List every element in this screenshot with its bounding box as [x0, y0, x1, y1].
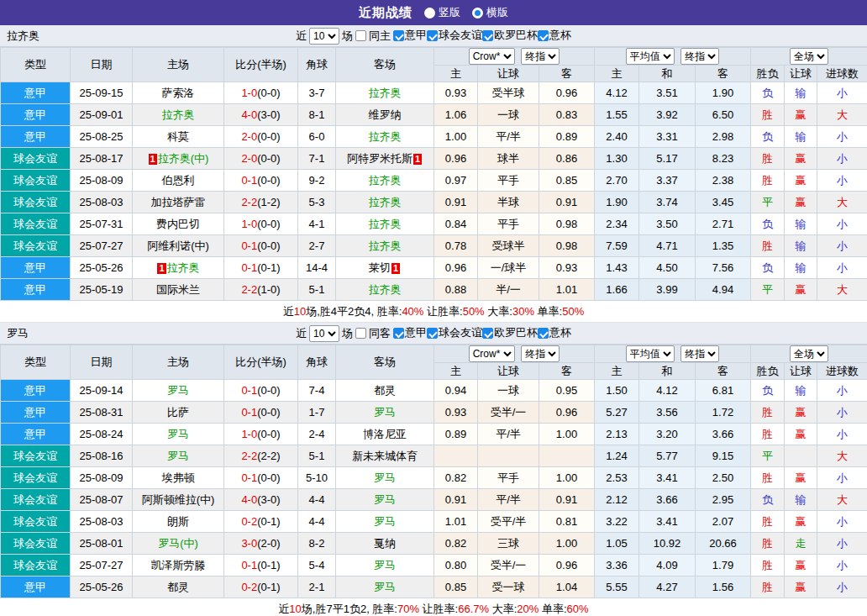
cell-away-team: 拉齐奥	[336, 213, 434, 235]
home-team-link[interactable]: 费内巴切	[156, 218, 200, 230]
checkbox-icon[interactable]	[482, 30, 493, 41]
away-team-link[interactable]: 拉齐奥	[369, 283, 402, 296]
match-row: 意甲25-05-26都灵0-2(0-1)2-1罗马0.85受一球1.045.55…	[1, 577, 867, 598]
same-venue-checkbox[interactable]	[355, 30, 366, 41]
scope-select[interactable]: 全场	[790, 345, 828, 362]
hdp-selector-group: Crow* 终指	[434, 48, 595, 66]
checkbox-icon[interactable]	[427, 30, 438, 41]
cell-handicap-result: 输	[785, 489, 817, 511]
competition-filter[interactable]: 球会友谊	[427, 325, 482, 340]
radio-vertical-layout[interactable]: 竖版	[424, 5, 460, 20]
home-team-link[interactable]: 伯恩利	[162, 174, 195, 187]
eu-company-select[interactable]: 平均值	[626, 345, 675, 362]
cell-hdp-line: 平/半	[478, 489, 539, 511]
home-team-link[interactable]: 加拉塔萨雷	[151, 196, 206, 208]
cell-home-team: 罗马	[133, 380, 224, 402]
eu-time-select[interactable]: 终指	[680, 345, 719, 362]
hdp-company-select[interactable]: Crow*	[469, 345, 515, 362]
cell-hdp-home-odds: 1.01	[434, 511, 478, 533]
away-team-link[interactable]: 罗马	[374, 493, 396, 506]
home-team-link[interactable]: 拉齐奥	[167, 261, 200, 274]
away-team-link[interactable]: 罗马	[374, 515, 396, 528]
cell-eu-away-odds: 1.56	[696, 577, 751, 598]
cell-away-team: 罗马	[336, 402, 434, 424]
checkbox-icon[interactable]	[538, 328, 549, 339]
radio-horizontal-layout[interactable]: 横版	[472, 5, 508, 20]
cell-away-team: 罗马	[336, 467, 434, 489]
home-team-link[interactable]: 罗马(中)	[158, 537, 198, 550]
away-team-link[interactable]: 莱切	[369, 261, 391, 274]
checkbox-icon[interactable]	[538, 30, 549, 41]
cell-away-team: 博洛尼亚	[336, 424, 434, 445]
home-team-link[interactable]: 罗马	[167, 428, 189, 440]
cell-goals-result: 小	[817, 126, 867, 148]
away-team-link[interactable]: 阿特罗米托斯	[347, 152, 412, 165]
away-team-link[interactable]: 拉齐奥	[369, 130, 402, 143]
fulltime-score: 0-1	[241, 406, 257, 419]
eu-time-select[interactable]: 终指	[680, 48, 719, 65]
competition-filter[interactable]: 欧罗巴杯	[482, 325, 538, 340]
radio-icon[interactable]	[472, 8, 483, 18]
away-team-link[interactable]: 罗马	[374, 471, 396, 484]
home-team-link[interactable]: 比萨	[167, 406, 189, 419]
match-count-select[interactable]: 10	[309, 325, 339, 342]
home-team-link[interactable]: 拉齐奥(中)	[158, 152, 209, 165]
cell-eu-home-odds: 1.43	[595, 257, 639, 279]
away-team-link[interactable]: 拉齐奥	[369, 218, 402, 230]
cell-match-result: 胜	[751, 533, 785, 555]
home-team-link[interactable]: 国际米兰	[156, 283, 200, 296]
hdp-time-select[interactable]: 终指	[521, 345, 560, 362]
home-team-link[interactable]: 罗马	[167, 384, 189, 397]
home-team-link[interactable]: 都灵	[167, 581, 189, 593]
home-team-link[interactable]: 凯泽斯劳滕	[151, 559, 206, 571]
scope-select[interactable]: 全场	[790, 48, 828, 65]
checkbox-icon[interactable]	[393, 328, 404, 339]
home-team-link[interactable]: 罗马	[167, 450, 189, 462]
page-title: 近期战绩	[359, 5, 412, 21]
away-team-link[interactable]: 新未来城体育	[352, 450, 418, 462]
match-row: 球会友谊25-08-01罗马(中)3-0(2-0)8-2戛纳0.82三球1.00…	[1, 533, 867, 555]
cell-hdp-line: 三球	[478, 533, 539, 555]
home-team-link[interactable]: 朗斯	[167, 515, 189, 528]
away-team-link[interactable]: 维罗纳	[369, 108, 402, 121]
cell-corners: 4-4	[298, 489, 336, 511]
away-team-link[interactable]: 拉齐奥	[369, 174, 402, 187]
away-team-link[interactable]: 罗马	[374, 406, 396, 419]
away-team-link[interactable]: 拉齐奥	[369, 196, 402, 208]
checkbox-icon[interactable]	[482, 328, 493, 339]
away-team-link[interactable]: 拉齐奥	[369, 240, 402, 252]
home-team-link[interactable]: 阿斯顿维拉(中)	[142, 493, 215, 506]
checkbox-icon[interactable]	[427, 328, 438, 339]
cell-eu-draw-odds: 3.31	[639, 126, 696, 148]
cell-score: 0-1(0-0)	[224, 170, 298, 192]
match-count-select[interactable]: 10	[309, 28, 339, 45]
hdp-company-select[interactable]: Crow*	[469, 48, 515, 65]
competition-filter[interactable]: 意甲	[393, 325, 427, 340]
home-team-link[interactable]: 科莫	[167, 130, 189, 143]
competition-filter[interactable]: 意杯	[538, 325, 571, 340]
away-team-link[interactable]: 戛纳	[374, 537, 396, 550]
same-venue-checkbox[interactable]	[355, 328, 366, 339]
cell-corners: 8-2	[298, 533, 336, 555]
home-team-link[interactable]: 拉齐奥	[162, 108, 195, 121]
competition-filter[interactable]: 意杯	[538, 28, 571, 43]
cell-away-team: 罗马	[336, 577, 434, 598]
eu-company-select[interactable]: 平均值	[626, 48, 675, 65]
away-team-link[interactable]: 罗马	[374, 559, 396, 571]
competition-filter[interactable]: 球会友谊	[427, 28, 482, 43]
cell-eu-home-odds: 1.24	[595, 445, 639, 467]
home-team-link[interactable]: 萨索洛	[162, 87, 195, 99]
home-team-link[interactable]: 阿维利诺(中)	[147, 240, 209, 252]
away-team-link[interactable]: 罗马	[374, 581, 396, 593]
away-team-link[interactable]: 拉齐奥	[369, 87, 402, 99]
hdp-time-select[interactable]: 终指	[521, 48, 560, 65]
away-team-link[interactable]: 都灵	[374, 384, 396, 397]
home-team-link[interactable]: 埃弗顿	[162, 471, 195, 484]
cell-score: 1-0(0-0)	[224, 424, 298, 445]
away-team-link[interactable]: 博洛尼亚	[363, 428, 407, 440]
competition-filter[interactable]: 欧罗巴杯	[482, 28, 538, 43]
competition-filter[interactable]: 意甲	[393, 28, 427, 43]
cell-goals-result: 小	[817, 235, 867, 257]
radio-icon[interactable]	[424, 8, 435, 18]
checkbox-icon[interactable]	[393, 30, 404, 41]
